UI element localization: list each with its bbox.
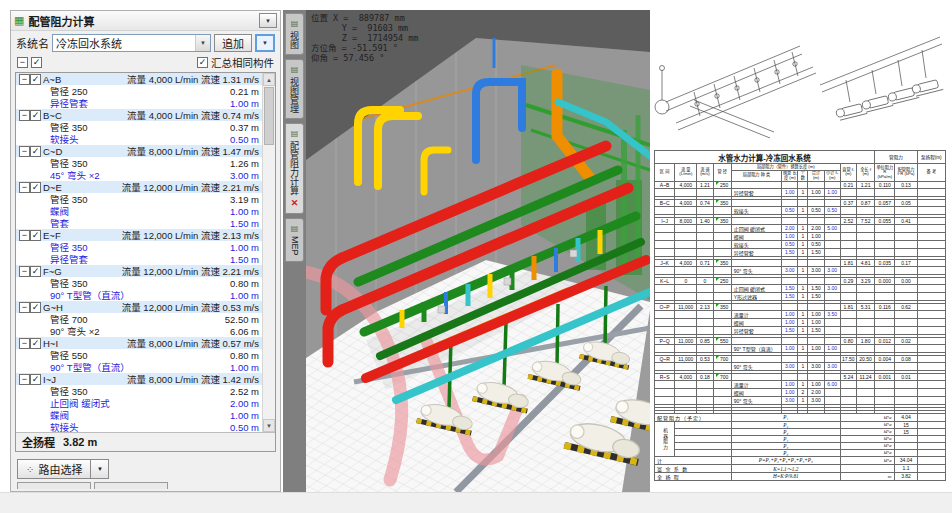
cell: [840, 266, 856, 274]
collapse-toggle-icon[interactable]: −: [19, 110, 30, 121]
collapse-toggle-icon[interactable]: −: [19, 182, 30, 193]
add-dropdown-button[interactable]: ▼: [255, 34, 275, 52]
pipe-item-row[interactable]: 蝶阀1.00 m: [16, 205, 262, 217]
section-checkbox[interactable]: ✓: [30, 266, 41, 277]
section-checkbox[interactable]: ✓: [30, 302, 41, 313]
cell: [697, 310, 713, 318]
system-name-combobox[interactable]: 冷冻回水系统 ▼: [52, 34, 211, 52]
drawing-sheet-panel[interactable]: 水管水力计算-冷冻回水系统管阻力泵扬程(m)区 间流 量 (L/min)流 速 …: [650, 10, 950, 493]
section-checkbox[interactable]: ✓: [30, 182, 41, 193]
side-tab-MEP[interactable]: ▤MEP: [285, 218, 304, 262]
collapse-toggle-icon[interactable]: −: [19, 74, 30, 85]
pipe-item-row[interactable]: 管径 3500.80 m: [16, 277, 262, 289]
cell: [840, 344, 856, 352]
collapse-toggle-icon[interactable]: −: [19, 338, 30, 349]
add-button[interactable]: 追加: [214, 34, 252, 52]
pipe-item-row[interactable]: 45° 弯头 ×23.00 m: [16, 169, 262, 181]
cell-fitting-name: 流量计: [731, 380, 781, 388]
scroll-down-button[interactable]: ▼: [263, 419, 275, 432]
pipe-listbox[interactable]: −✓A~B流量 4,000 L/min 流速 1.31 m/s管径 2500.2…: [16, 73, 275, 433]
cell-section: K~L: [655, 277, 675, 284]
section-flow-velocity: 流量 12,000 L/min 流速 2.21 m/s: [122, 265, 259, 277]
pipe-section-row[interactable]: −✓D~E流量 12,000 L/min 流速 2.21 m/s: [16, 181, 262, 193]
collapse-toggle-icon[interactable]: −: [19, 302, 30, 313]
route-dropdown-button[interactable]: ▼: [91, 459, 109, 479]
pipe-item-row[interactable]: 异径管套1.50 m: [16, 253, 262, 265]
cell: [798, 355, 808, 362]
cell: [917, 337, 945, 344]
summary-label: 配管阻力（予定）: [655, 413, 732, 421]
collapse-all-button[interactable]: −: [17, 57, 28, 68]
collapse-toggle-icon[interactable]: −: [19, 146, 30, 157]
summary-value: 15: [895, 428, 917, 435]
cell-fitting-length: 1.00: [808, 318, 824, 326]
cell: [875, 266, 895, 274]
pipe-section-row[interactable]: −✓H~I流量 8,000 L/min 流速 0.57 m/s: [16, 337, 262, 349]
check-all-checkbox[interactable]: ✓: [31, 57, 42, 68]
route-select-button[interactable]: ⁘ 路由选择: [17, 459, 91, 479]
cell-fitting-name: 软接头: [731, 206, 781, 214]
pipe-item-row[interactable]: 管径 2500.21 m: [16, 85, 262, 97]
pipe-item-row[interactable]: 管径 3502.52 m: [16, 385, 262, 397]
collapse-toggle-icon[interactable]: −: [19, 266, 30, 277]
cell-section: A~B: [655, 181, 675, 188]
section-checkbox[interactable]: ✓: [30, 338, 41, 349]
cell: [713, 318, 731, 326]
side-tab-配管阻力计算[interactable]: ▤配管阻力计算✕: [285, 123, 304, 214]
pipe-section-row[interactable]: −✓C~D流量 8,000 L/min 流速 1.47 m/s: [16, 145, 262, 157]
tab-label: MEP: [290, 236, 300, 256]
section-checkbox[interactable]: ✓: [30, 110, 41, 121]
pipe-item-row[interactable]: 管径 3501.26 m: [16, 157, 262, 169]
cell: [875, 248, 895, 256]
pipe-item-row[interactable]: 软接头0.50 m: [16, 133, 262, 145]
pipe-item-row[interactable]: 90° T型管（直流）1.00 m: [16, 289, 262, 301]
cell: [798, 303, 808, 310]
pipe-section-row[interactable]: −✓B~C流量 4,000 L/min 流速 0.74 m/s: [16, 109, 262, 121]
list-scrollbar[interactable]: ▲ ▼: [262, 73, 275, 432]
collapse-toggle-icon[interactable]: −: [19, 374, 30, 385]
pipe-item-row[interactable]: 90° T型管（直流）1.00 m: [16, 361, 262, 373]
scroll-up-button[interactable]: ▲: [263, 73, 275, 86]
section-checkbox[interactable]: ✓: [30, 74, 41, 85]
pipe-item-row[interactable]: 管套1.50 m: [16, 217, 262, 229]
pipe-item-row[interactable]: 管径 3500.37 m: [16, 121, 262, 133]
pipe-item-row[interactable]: 软接头0.50 m: [16, 421, 262, 433]
viewport-3d[interactable]: 位置 X = 889787 mm Y = 91603 mm Z = 171495…: [306, 10, 650, 492]
summary-formula: P₁: [731, 413, 840, 421]
pipe-item-row[interactable]: 异径管套1.00 m: [16, 97, 262, 109]
section-checkbox[interactable]: ✓: [30, 374, 41, 385]
pipe-item-row[interactable]: 管径 5500.80 m: [16, 349, 262, 361]
pipe-item-row[interactable]: 管径 3501.00 m: [16, 241, 262, 253]
summary-value: [895, 449, 917, 456]
pipe-item-row[interactable]: 止回阀 缓闭式2.00 m: [16, 397, 262, 409]
pipe-section-row[interactable]: −✓F~G流量 12,000 L/min 流速 2.21 m/s: [16, 265, 262, 277]
panel-menu-button[interactable]: ▼: [259, 13, 277, 28]
combo-arrow-icon[interactable]: ▼: [195, 35, 210, 51]
tab-close-icon[interactable]: ✕: [291, 198, 299, 208]
collapse-toggle-icon[interactable]: −: [19, 230, 30, 241]
side-tab-视图[interactable]: ▤视图: [285, 13, 304, 55]
pipe-item-row[interactable]: 管径 70052.50 m: [16, 313, 262, 325]
cell-straight-length: 0.80: [840, 337, 856, 344]
pipe-item-row[interactable]: 管径 3503.19 m: [16, 193, 262, 205]
section-checkbox[interactable]: ✓: [30, 146, 41, 157]
summarize-checkbox[interactable]: ✓: [197, 57, 208, 68]
pipe-section-row[interactable]: −✓I~J流量 8,000 L/min 流速 1.42 m/s: [16, 373, 262, 385]
clipped-button[interactable]: [94, 482, 168, 489]
cell: [917, 181, 945, 188]
pipe-section-row[interactable]: −✓A~B流量 4,000 L/min 流速 1.31 m/s: [16, 73, 262, 85]
pipe-item-row[interactable]: 90° 弯头 ×26.06 m: [16, 325, 262, 337]
pipe-section-row[interactable]: −✓G~H流量 12,000 L/min 流速 0.53 m/s: [16, 301, 262, 313]
clipped-button[interactable]: [17, 482, 91, 489]
cell: [917, 217, 945, 224]
cell-fitting-length: 1.50: [808, 284, 824, 292]
cell: [917, 284, 945, 292]
pipe-item-row[interactable]: 蝶阀1.00 m: [16, 409, 262, 421]
scrollbar-thumb[interactable]: [264, 87, 274, 145]
section-checkbox[interactable]: ✓: [30, 230, 41, 241]
pipe-section-row[interactable]: −✓E~F流量 12,000 L/min 流速 2.13 m/s: [16, 229, 262, 241]
total-head-value: 3.82 m: [63, 436, 97, 448]
summary-unit: kPa: [840, 435, 895, 442]
cell-fitting-unit-length: 3.00: [782, 266, 798, 274]
side-tab-视图管理[interactable]: ▤视图管理: [285, 59, 304, 119]
